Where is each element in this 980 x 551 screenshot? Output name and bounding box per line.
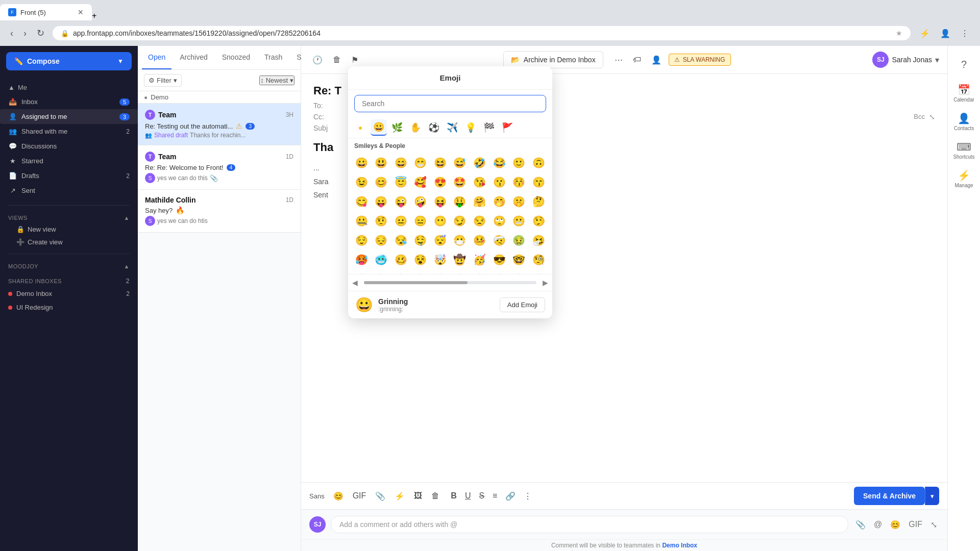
message-item-3[interactable]: Mathilde Collin 1D Say hey? 🔥 S yes we c…: [138, 190, 301, 233]
comment-mention-button[interactable]: @: [872, 518, 884, 531]
tab-archived[interactable]: Archived: [174, 46, 213, 69]
sidebar-item-assigned-to-me[interactable]: 👤 Assigned to me 3: [0, 109, 138, 124]
emoji-cell-37[interactable]: 🙄: [490, 212, 508, 230]
emoji-cell-66[interactable]: 😲: [471, 270, 489, 274]
emoji-cell-48[interactable]: 🤢: [510, 231, 528, 249]
emoji-cell-25[interactable]: 🤑: [451, 192, 469, 211]
send-dropdown-button[interactable]: ▾: [925, 487, 939, 505]
more-options-button[interactable]: ⋯: [611, 52, 626, 68]
emoji-cell-22[interactable]: 😜: [391, 192, 410, 211]
emoji-search-input[interactable]: [354, 95, 546, 112]
emoji-cell-43[interactable]: 🤤: [411, 231, 430, 249]
bold-button[interactable]: B: [448, 489, 459, 503]
message-item-2[interactable]: T Team 1D Re: Re: Welcome to Front! 4 S …: [138, 145, 301, 190]
cat-tab-sports[interactable]: ⚽: [426, 119, 442, 136]
emoji-cell-3[interactable]: 😁: [411, 154, 430, 172]
emoji-cell-36[interactable]: 😒: [471, 212, 489, 230]
contacts-button[interactable]: 👤 Contacts: [952, 109, 976, 134]
emoji-cell-11[interactable]: 😊: [372, 173, 390, 191]
emoji-cell-24[interactable]: 😝: [431, 192, 449, 211]
emoji-cell-46[interactable]: 🤒: [471, 231, 489, 249]
cat-tab-symbols[interactable]: 🏁: [481, 119, 497, 136]
assign-button[interactable]: 👤: [648, 52, 665, 68]
send-archive-button[interactable]: Send & Archive: [854, 487, 925, 505]
expand-button[interactable]: ⤡: [929, 113, 935, 121]
sidebar-item-create-view[interactable]: ➕ Create view: [0, 236, 138, 248]
emoji-cell-39[interactable]: 🤥: [529, 212, 548, 230]
views-label[interactable]: Views ▲: [0, 211, 138, 223]
more-formatting-button[interactable]: ⋮: [521, 489, 534, 504]
trash-button[interactable]: 🗑: [330, 52, 344, 67]
emoji-cell-26[interactable]: 🤗: [471, 192, 489, 211]
emoji-cell-14[interactable]: 😍: [431, 173, 449, 191]
emoji-cell-18[interactable]: 😚: [510, 173, 528, 191]
cat-tab-recent[interactable]: ●: [352, 119, 369, 136]
emoji-cell-21[interactable]: 😛: [372, 192, 390, 211]
add-emoji-button[interactable]: Add Emoji: [500, 297, 545, 312]
emoji-cell-38[interactable]: 😬: [510, 212, 528, 230]
emoji-cell-29[interactable]: 🤔: [529, 192, 548, 211]
browser-tab[interactable]: F Front (5) ✕: [0, 4, 92, 20]
lightning-button[interactable]: ⚡: [392, 489, 407, 504]
sidebar-item-sent[interactable]: ↗ Sent: [0, 183, 138, 198]
emoji-cell-28[interactable]: 🤫: [510, 192, 528, 211]
extensions-button[interactable]: ⚡: [917, 26, 933, 41]
emoji-cell-17[interactable]: 😗: [490, 173, 508, 191]
list-button[interactable]: ≡: [490, 489, 500, 503]
emoji-cell-23[interactable]: 🤪: [411, 192, 430, 211]
emoji-cell-10[interactable]: 😉: [352, 173, 371, 191]
sidebar-item-demo-inbox[interactable]: Demo Inbox 2: [0, 287, 138, 300]
emoji-cell-27[interactable]: 🤭: [490, 192, 508, 211]
comment-input[interactable]: Add a comment or add others with @: [331, 516, 848, 533]
tab-close-button[interactable]: ✕: [78, 8, 84, 16]
emoji-cell-69[interactable]: 😦: [529, 270, 548, 274]
emoji-cell-34[interactable]: 😶: [431, 212, 449, 230]
profile-button[interactable]: 👤: [937, 26, 953, 41]
emoji-cell-63[interactable]: ☹️: [411, 270, 430, 274]
url-bar[interactable]: 🔒 app.frontapp.com/inboxes/teammates/156…: [53, 26, 911, 40]
underline-button[interactable]: U: [462, 489, 474, 503]
emoji-cell-65[interactable]: 😯: [451, 270, 469, 274]
emoji-cell-33[interactable]: 😑: [411, 212, 430, 230]
emoji-cell-32[interactable]: 😐: [391, 212, 410, 230]
emoji-cell-8[interactable]: 🙂: [510, 154, 528, 172]
emoji-cell-19[interactable]: 😙: [529, 173, 548, 191]
emoji-cell-44[interactable]: 😴: [431, 231, 449, 249]
tag-button[interactable]: 🏷: [630, 52, 644, 67]
emoji-cell-47[interactable]: 🤕: [490, 231, 508, 249]
link-button[interactable]: 🔗: [503, 489, 518, 504]
emoji-cell-1[interactable]: 😃: [372, 154, 390, 172]
emoji-cell-4[interactable]: 😆: [431, 154, 449, 172]
emoji-cell-15[interactable]: 🤩: [451, 173, 469, 191]
sidebar-me-item[interactable]: ▲ Me: [0, 81, 138, 94]
attachment-button[interactable]: 📎: [373, 489, 388, 504]
sidebar-item-inbox[interactable]: 📥 Inbox 5: [0, 94, 138, 109]
new-tab-button[interactable]: +: [92, 11, 96, 20]
emoji-cell-53[interactable]: 😵: [411, 251, 430, 269]
emoji-cell-20[interactable]: 😋: [352, 192, 371, 211]
emoji-cell-2[interactable]: 😄: [391, 154, 410, 172]
message-item-1[interactable]: T Team 3H Re: Testing out the automati..…: [138, 104, 301, 145]
cat-tab-nature[interactable]: 🌿: [389, 119, 405, 136]
sidebar-item-ui-redesign[interactable]: UI Redesign: [0, 300, 138, 314]
moodjoy-label[interactable]: Moodjoy ▲: [0, 259, 138, 271]
emoji-cell-52[interactable]: 🥴: [391, 251, 410, 269]
emoji-scroll-right[interactable]: ▶: [538, 277, 552, 289]
comment-attachment-button[interactable]: 📎: [853, 518, 868, 532]
help-tips-button[interactable]: ?: [952, 52, 976, 77]
emoji-cell-50[interactable]: 🥵: [352, 251, 371, 269]
tab-trash[interactable]: Trash: [258, 46, 288, 69]
emoji-cell-45[interactable]: 😷: [451, 231, 469, 249]
cat-tab-flags[interactable]: 🚩: [499, 119, 516, 136]
flag-button[interactable]: ⚑: [348, 52, 361, 68]
emoji-cell-58[interactable]: 🤓: [510, 251, 528, 269]
emoji-cell-67[interactable]: 😳: [490, 270, 508, 274]
image-button[interactable]: 🖼: [411, 489, 425, 503]
sort-button[interactable]: ↕ Newest ▾: [259, 76, 295, 85]
shared-inboxes-label[interactable]: Shared inboxes 2: [0, 273, 138, 287]
calendar-button[interactable]: 📅 Calendar: [952, 81, 976, 105]
comment-gif-button[interactable]: GIF: [906, 518, 924, 531]
cat-tab-objects[interactable]: 💡: [462, 119, 479, 136]
menu-button[interactable]: ⋮: [958, 26, 972, 41]
archive-button[interactable]: 📂 Archive in Demo Inbox: [503, 51, 603, 68]
